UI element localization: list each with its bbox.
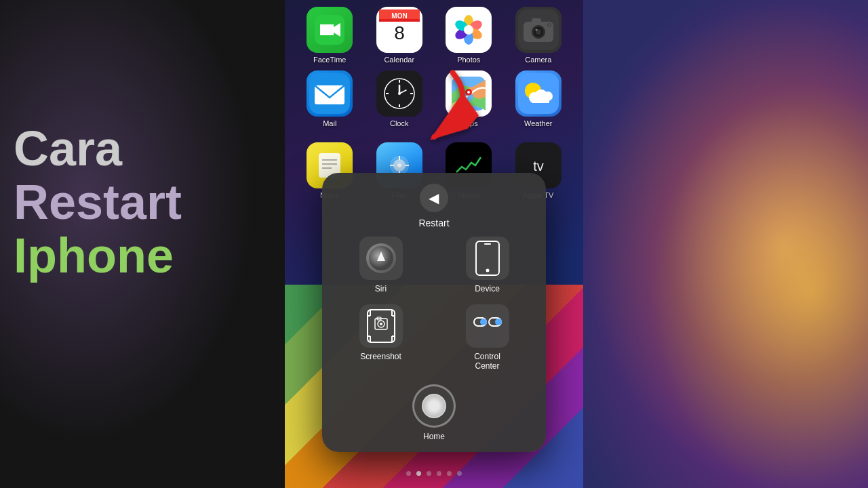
app-camera[interactable]: Camera bbox=[507, 7, 570, 64]
weather-label: Weather bbox=[524, 119, 552, 127]
facetime-icon bbox=[307, 7, 353, 53]
svg-point-56 bbox=[397, 163, 401, 167]
calendar-label: Calendar bbox=[384, 56, 414, 64]
app-photos[interactable]: Photos bbox=[437, 7, 500, 64]
svg-point-22 bbox=[535, 29, 537, 31]
svg-rect-45 bbox=[532, 99, 549, 103]
device-label: Device bbox=[475, 284, 500, 293]
back-button[interactable]: ◀ bbox=[420, 184, 448, 212]
svg-point-15 bbox=[464, 25, 473, 35]
app-weather[interactable]: Weather bbox=[507, 70, 570, 127]
controlcenter-icon-wrap bbox=[466, 304, 509, 348]
screenshot-icon-wrap bbox=[359, 304, 403, 348]
facetime-label: FaceTime bbox=[313, 56, 347, 64]
home-button[interactable] bbox=[412, 384, 456, 428]
text-cara: Cara bbox=[14, 122, 182, 176]
assistive-grid: Siri Device bbox=[333, 237, 535, 441]
mail-label: Mail bbox=[323, 119, 336, 127]
svg-point-78 bbox=[480, 319, 487, 325]
app-calendar[interactable]: MON 8 Calendar bbox=[368, 7, 431, 64]
siri-icon-wrap bbox=[359, 237, 403, 280]
bg-right-blur bbox=[583, 0, 868, 488]
dot-0 bbox=[406, 471, 411, 476]
svg-rect-64 bbox=[368, 310, 395, 342]
text-iphone: Iphone bbox=[14, 229, 182, 283]
dot-5 bbox=[457, 471, 462, 476]
assistive-device[interactable]: Device bbox=[439, 237, 535, 293]
home-label: Home bbox=[423, 432, 445, 441]
left-text-block: Cara Restart Iphone bbox=[14, 122, 182, 283]
assistive-siri[interactable]: Siri bbox=[333, 237, 429, 293]
text-restart: Restart bbox=[14, 176, 182, 229]
controlcenter-icon bbox=[473, 317, 502, 336]
svg-point-80 bbox=[495, 319, 502, 325]
dot-1 bbox=[416, 471, 421, 476]
photos-icon bbox=[446, 7, 492, 53]
page-dots bbox=[406, 471, 462, 476]
home-section: Home bbox=[333, 382, 535, 441]
svg-point-67 bbox=[380, 323, 382, 325]
phone-frame: FaceTime MON 8 Calendar bbox=[285, 0, 583, 488]
svg-point-62 bbox=[486, 269, 489, 272]
calendar-icon: MON 8 bbox=[376, 7, 422, 53]
device-icon bbox=[475, 241, 500, 276]
svg-text:MON: MON bbox=[391, 12, 407, 20]
siri-label: Siri bbox=[375, 284, 387, 293]
svg-marker-1 bbox=[320, 24, 334, 35]
assistive-top-bar: ◀ Restart bbox=[333, 184, 535, 212]
camera-icon bbox=[515, 7, 561, 53]
app-facetime[interactable]: FaceTime bbox=[298, 7, 361, 64]
assistive-home[interactable]: Home bbox=[412, 384, 456, 441]
screenshot-icon bbox=[367, 309, 395, 343]
app-mail[interactable]: Mail bbox=[298, 70, 361, 127]
svg-text:tv: tv bbox=[533, 159, 544, 174]
weather-icon bbox=[515, 70, 561, 117]
controlcenter-label: ControlCenter bbox=[474, 352, 500, 371]
mail-icon bbox=[307, 70, 353, 117]
dot-4 bbox=[447, 471, 452, 476]
dot-3 bbox=[437, 471, 441, 476]
assistive-controlcenter[interactable]: ControlCenter bbox=[439, 304, 535, 371]
assistive-screenshot[interactable]: Screenshot bbox=[333, 304, 429, 371]
home-button-inner bbox=[422, 394, 446, 418]
dot-2 bbox=[427, 471, 431, 476]
restart-label: Restart bbox=[418, 218, 449, 228]
screenshot-label: Screenshot bbox=[360, 352, 401, 361]
back-arrow-icon: ◀ bbox=[429, 190, 439, 206]
svg-text:8: 8 bbox=[394, 22, 405, 43]
svg-rect-18 bbox=[532, 18, 541, 24]
siri-icon bbox=[366, 243, 396, 273]
assistive-touch-menu: ◀ Restart bbox=[322, 173, 546, 452]
svg-point-24 bbox=[548, 24, 550, 26]
photos-label: Photos bbox=[457, 56, 480, 64]
camera-label: Camera bbox=[525, 56, 551, 64]
device-icon-wrap bbox=[466, 237, 509, 280]
svg-point-35 bbox=[398, 92, 401, 95]
